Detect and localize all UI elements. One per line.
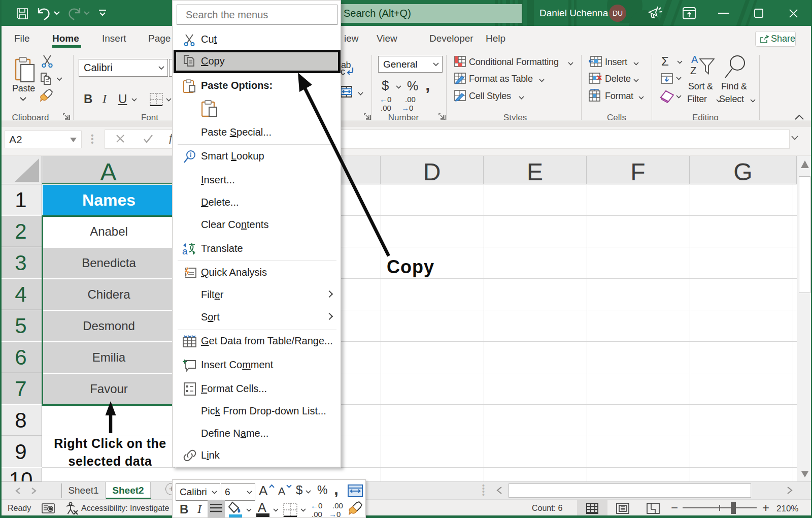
svg-text:a: a (182, 246, 188, 256)
